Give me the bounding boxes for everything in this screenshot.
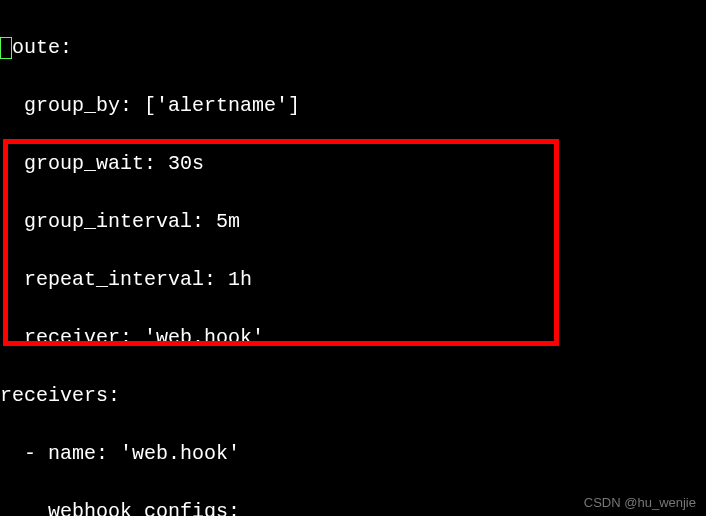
code-line: group_interval: 5m [0,207,706,236]
code-line: - name: 'web.hook' [0,439,706,468]
code-line: group_by: ['alertname'] [0,91,706,120]
cursor [0,37,12,59]
code-line: oute: [0,33,706,62]
terminal-output: oute: group_by: ['alertname'] group_wait… [0,4,706,516]
watermark-text: CSDN @hu_wenjie [584,495,696,510]
code-line: repeat_interval: 1h [0,265,706,294]
code-text: oute: [12,36,72,59]
code-line: receivers: [0,381,706,410]
code-line: receiver: 'web.hook' [0,323,706,352]
code-line: group_wait: 30s [0,149,706,178]
